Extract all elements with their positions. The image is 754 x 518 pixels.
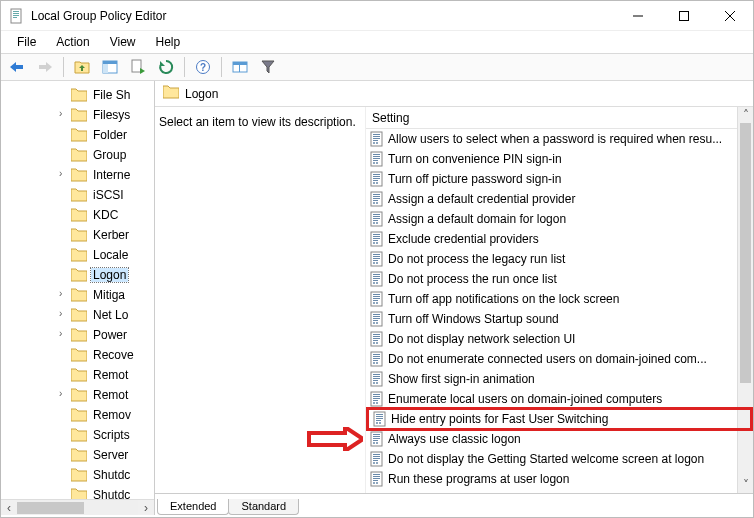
toolbar-separator — [184, 57, 185, 77]
tree-item[interactable]: Kerber — [1, 225, 154, 245]
settings-vscrollbar[interactable]: ˄ ˅ — [737, 107, 753, 493]
expand-icon[interactable]: › — [59, 169, 69, 179]
tree-item[interactable]: ›Net Lo — [1, 305, 154, 325]
expand-icon[interactable] — [59, 149, 69, 159]
svg-rect-13 — [103, 64, 108, 73]
setting-item[interactable]: Enumerate local users on domain-joined c… — [366, 389, 753, 409]
tree-item[interactable]: Server — [1, 445, 154, 465]
expand-icon[interactable] — [59, 89, 69, 99]
expand-icon[interactable] — [59, 129, 69, 139]
toolbar-separator — [221, 57, 222, 77]
forward-button[interactable] — [33, 56, 57, 78]
tree-item[interactable]: Folder — [1, 125, 154, 145]
svg-point-47 — [376, 202, 378, 204]
setting-item[interactable]: Do not display the Getting Started welco… — [366, 449, 753, 469]
tree-item[interactable]: Scripts — [1, 425, 154, 445]
tree-item[interactable]: Shutdc — [1, 485, 154, 499]
svg-rect-100 — [373, 358, 380, 359]
show-hide-tree-button[interactable] — [98, 56, 122, 78]
tree-item[interactable]: File Sh — [1, 85, 154, 105]
setting-item[interactable]: Turn on convenience PIN sign-in — [366, 149, 753, 169]
help-button[interactable]: ? — [191, 56, 215, 78]
menu-action[interactable]: Action — [46, 33, 99, 51]
expand-icon[interactable] — [59, 229, 69, 239]
setting-item[interactable]: Do not enumerate connected users on doma… — [366, 349, 753, 369]
filter-options-button[interactable] — [228, 56, 252, 78]
svg-rect-112 — [373, 394, 380, 395]
policy-icon — [370, 311, 384, 327]
expand-icon[interactable] — [59, 469, 69, 479]
folder-icon — [71, 108, 87, 122]
setting-item[interactable]: Do not process the run once list — [366, 269, 753, 289]
tree-item[interactable]: ›Remot — [1, 385, 154, 405]
tab-extended[interactable]: Extended — [157, 499, 229, 515]
tree-item[interactable]: Logon — [1, 265, 154, 285]
expand-icon[interactable] — [59, 209, 69, 219]
setting-item[interactable]: Assign a default credential provider — [366, 189, 753, 209]
expand-icon[interactable] — [59, 349, 69, 359]
maximize-button[interactable] — [661, 1, 707, 30]
tree-item[interactable]: ›Power — [1, 325, 154, 345]
svg-point-53 — [373, 222, 375, 224]
setting-item[interactable]: Do not display network selection UI — [366, 329, 753, 349]
menu-help[interactable]: Help — [146, 33, 191, 51]
tree-item[interactable]: iSCSI — [1, 185, 154, 205]
up-button[interactable] — [70, 56, 94, 78]
tree-pane[interactable]: File Sh›FilesysFolderGroup›InterneiSCSIK… — [1, 81, 155, 515]
scroll-right-icon[interactable]: › — [138, 500, 154, 515]
expand-icon[interactable] — [59, 249, 69, 259]
expand-icon[interactable] — [59, 489, 69, 499]
export-button[interactable] — [126, 56, 150, 78]
tree-item[interactable]: Locale — [1, 245, 154, 265]
tree-hscrollbar[interactable]: ‹ › — [1, 499, 154, 515]
refresh-button[interactable] — [154, 56, 178, 78]
expand-icon[interactable] — [59, 189, 69, 199]
setting-item[interactable]: Always use classic logon — [366, 429, 753, 449]
tree-item[interactable]: KDC — [1, 205, 154, 225]
tree-item[interactable]: ›Mitiga — [1, 285, 154, 305]
setting-item[interactable]: Turn off picture password sign-in — [366, 169, 753, 189]
tab-standard[interactable]: Standard — [228, 499, 299, 515]
settings-column-header[interactable]: Setting — [366, 107, 753, 129]
setting-item[interactable]: Turn off Windows Startup sound — [366, 309, 753, 329]
tree-item[interactable]: Shutdc — [1, 465, 154, 485]
setting-item[interactable]: Hide entry points for Fast User Switchin… — [366, 407, 753, 431]
settings-list[interactable]: Allow users to select when a password is… — [366, 129, 753, 493]
menu-file[interactable]: File — [7, 33, 46, 51]
expand-icon[interactable] — [59, 369, 69, 379]
tree-item[interactable]: Remov — [1, 405, 154, 425]
filter-button[interactable] — [256, 56, 280, 78]
tree-item[interactable]: Group — [1, 145, 154, 165]
setting-item[interactable]: Allow users to select when a password is… — [366, 129, 753, 149]
expand-icon[interactable]: › — [59, 109, 69, 119]
scroll-up-icon[interactable]: ˄ — [738, 107, 753, 123]
setting-item[interactable]: Assign a default domain for logon — [366, 209, 753, 229]
expand-icon[interactable] — [59, 429, 69, 439]
setting-item[interactable]: Show first sign-in animation — [366, 369, 753, 389]
expand-icon[interactable]: › — [59, 389, 69, 399]
setting-item[interactable]: Turn off app notifications on the lock s… — [366, 289, 753, 309]
setting-item[interactable]: Run these programs at user logon — [366, 469, 753, 489]
expand-icon[interactable]: › — [59, 289, 69, 299]
tree-item-label: Server — [91, 448, 130, 462]
close-button[interactable] — [707, 1, 753, 30]
expand-icon[interactable]: › — [59, 329, 69, 339]
expand-icon[interactable] — [59, 449, 69, 459]
expand-icon[interactable]: › — [59, 309, 69, 319]
tree-item[interactable]: Remot — [1, 365, 154, 385]
setting-item[interactable]: Exclude credential providers — [366, 229, 753, 249]
tree-item[interactable]: ›Interne — [1, 165, 154, 185]
back-button[interactable] — [5, 56, 29, 78]
scroll-left-icon[interactable]: ‹ — [1, 500, 17, 515]
menu-view[interactable]: View — [100, 33, 146, 51]
tree-item[interactable]: ›Filesys — [1, 105, 154, 125]
window-controls — [615, 1, 753, 30]
tree-item[interactable]: Recove — [1, 345, 154, 365]
svg-rect-79 — [373, 298, 380, 299]
svg-rect-28 — [373, 154, 380, 155]
minimize-button[interactable] — [615, 1, 661, 30]
expand-icon[interactable] — [59, 269, 69, 279]
expand-icon[interactable] — [59, 409, 69, 419]
setting-item[interactable]: Do not process the legacy run list — [366, 249, 753, 269]
scroll-down-icon[interactable]: ˅ — [738, 477, 753, 493]
